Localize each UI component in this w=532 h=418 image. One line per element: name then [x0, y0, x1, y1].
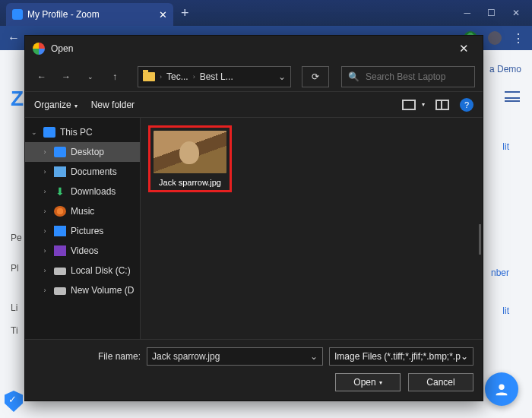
nav-back-button[interactable]: ←	[33, 68, 51, 86]
window-minimize[interactable]: ─	[464, 8, 470, 18]
view-mode-button[interactable]: ▾	[402, 100, 425, 110]
zoom-favicon	[12, 9, 23, 20]
demo-link[interactable]: a Demo	[489, 64, 521, 74]
profile-icon[interactable]	[488, 31, 502, 45]
side-label: Li	[11, 302, 17, 313]
tree-node-videos[interactable]: › Videos	[25, 241, 140, 261]
expand-icon[interactable]: ›	[40, 188, 49, 195]
chrome-icon	[33, 43, 45, 55]
file-item-selected[interactable]: Jack sparrow.jpg	[148, 125, 232, 192]
tab-title: My Profile - Zoom	[27, 9, 100, 20]
breadcrumb[interactable]: › Tec... › Best L... ⌄	[138, 66, 291, 87]
side-label: Ti	[11, 325, 18, 336]
chevron-down-icon: ⌄	[461, 351, 468, 362]
edit-link[interactable]: lit	[502, 141, 509, 152]
svg-point-0	[499, 385, 504, 390]
expand-icon[interactable]: ›	[40, 227, 49, 235]
breadcrumb-segment[interactable]: Best L...	[200, 71, 233, 82]
scrollbar[interactable]	[479, 224, 481, 255]
folder-icon	[143, 72, 155, 81]
documents-icon	[54, 166, 66, 177]
nav-forward-button[interactable]: →	[57, 68, 75, 86]
videos-icon	[54, 245, 66, 256]
expand-icon[interactable]: ›	[40, 168, 49, 176]
breadcrumb-dropdown[interactable]: ⌄	[271, 71, 286, 82]
pictures-icon	[54, 226, 66, 236]
help-button[interactable]: ?	[460, 98, 473, 112]
breadcrumb-segment[interactable]: Tec...	[166, 71, 188, 82]
file-list[interactable]: Jack sparrow.jpg	[141, 118, 483, 339]
refresh-button[interactable]: ⟳	[302, 66, 329, 87]
expand-icon[interactable]: ›	[40, 148, 49, 156]
tree-node-this-pc[interactable]: ⌄ This PC	[25, 122, 140, 142]
zoom-logo: Z	[11, 87, 24, 111]
chevron-down-icon: ▾	[74, 103, 78, 109]
chevron-down-icon: ▾	[379, 379, 382, 386]
tree-node-pictures[interactable]: › Pictures	[25, 221, 140, 241]
file-name: Jack sparrow.jpg	[154, 178, 226, 187]
disk-icon	[54, 287, 66, 295]
downloads-icon: ⬇	[54, 186, 66, 197]
page-link[interactable]: nber	[491, 268, 509, 278]
filename-input[interactable]: ⌄	[147, 347, 323, 366]
file-thumbnail	[154, 131, 226, 173]
dialog-title: Open	[51, 43, 73, 54]
tree-node-desktop[interactable]: › Desktop	[25, 142, 140, 162]
browser-menu-icon[interactable]: ⋮	[512, 31, 524, 46]
search-input[interactable]: 🔍	[341, 66, 475, 87]
chevron-right-icon: ›	[160, 73, 162, 81]
window-close[interactable]: ✕	[512, 8, 520, 18]
tree-node-new-volume-d[interactable]: › New Volume (D	[25, 280, 140, 300]
filename-field[interactable]	[152, 351, 306, 362]
file-type-filter[interactable]: Image Files (*.tiff;*.jfif;*.bmp;*.p ⌄	[329, 347, 473, 366]
open-button[interactable]: Open ▾	[335, 373, 401, 391]
dialog-close-button[interactable]: ✕	[453, 39, 475, 59]
side-label: Pl	[11, 263, 19, 274]
music-icon	[54, 206, 66, 217]
new-tab-button[interactable]: +	[181, 5, 189, 21]
expand-icon[interactable]: ›	[40, 207, 49, 215]
desktop-icon	[54, 147, 66, 157]
hamburger-icon[interactable]	[505, 91, 520, 102]
search-icon: 🔍	[348, 71, 359, 82]
nav-back-icon[interactable]: ←	[8, 31, 20, 45]
collapse-icon[interactable]: ⌄	[30, 128, 39, 136]
folder-tree: ⌄ This PC › Desktop › Documents › ⬇ Down…	[25, 118, 141, 339]
expand-icon[interactable]: ›	[40, 287, 49, 294]
preview-pane-button[interactable]	[435, 100, 449, 110]
chevron-right-icon: ›	[193, 73, 195, 81]
organize-menu[interactable]: Organize▾	[34, 100, 78, 110]
chevron-down-icon: ▾	[422, 101, 425, 108]
browser-tab[interactable]: My Profile - Zoom ✕	[6, 3, 173, 26]
chat-icon	[493, 381, 510, 397]
filename-history-dropdown[interactable]: ⌄	[306, 351, 318, 362]
chat-fab[interactable]	[485, 372, 518, 406]
expand-icon[interactable]: ›	[40, 267, 49, 274]
tree-node-local-disk-c[interactable]: › Local Disk (C:)	[25, 261, 140, 280]
file-open-dialog: Open ✕ ← → ⌄ ↑ › Tec... › Best L... ⌄ ⟳ …	[24, 35, 483, 401]
pc-icon	[43, 127, 55, 138]
edit-link-2[interactable]: lit	[502, 306, 509, 316]
cancel-button[interactable]: Cancel	[408, 373, 473, 391]
nav-recent-dropdown[interactable]: ⌄	[81, 68, 100, 86]
tree-node-downloads[interactable]: › ⬇ Downloads	[25, 182, 140, 201]
tree-node-documents[interactable]: › Documents	[25, 162, 140, 182]
side-label: Pe	[11, 233, 22, 243]
nav-up-button[interactable]: ↑	[106, 68, 124, 86]
tab-close-icon[interactable]: ✕	[159, 9, 167, 21]
disk-icon	[54, 268, 66, 275]
expand-icon[interactable]: ›	[40, 247, 49, 255]
new-folder-button[interactable]: New folder	[91, 100, 135, 110]
filename-label: File name:	[34, 351, 141, 362]
window-maximize[interactable]: ☐	[487, 8, 496, 18]
search-field[interactable]	[366, 71, 468, 82]
tree-node-music[interactable]: › Music	[25, 201, 140, 221]
